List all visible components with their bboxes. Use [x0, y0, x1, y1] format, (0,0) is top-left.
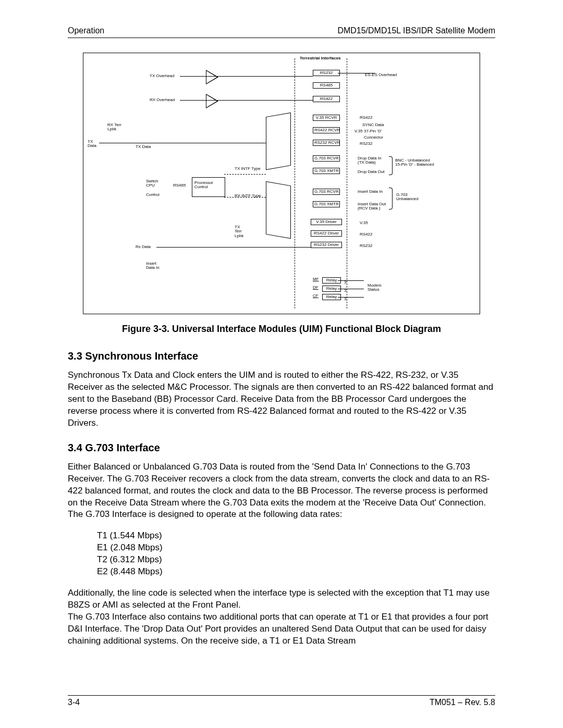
- tx-data-label: TX Data: [136, 145, 151, 149]
- line-proc-rx: [224, 197, 266, 198]
- relay-count-1: 3: [344, 280, 346, 285]
- rs232-driver-right-label: RS232: [360, 244, 372, 248]
- dashed-guide-1: [295, 58, 295, 309]
- rs485-control-label: RS485: [173, 183, 186, 188]
- section-3-3-heading: 3.3 Synchronous Interface: [68, 350, 495, 362]
- control-label: Control: [146, 193, 160, 197]
- terrestrial-interfaces-label: Terrestrial Interfaces: [300, 56, 341, 60]
- line-txdata: [99, 143, 266, 143]
- rate-t2: T2 (6.312 Mbps): [97, 554, 495, 566]
- brace-drop: [389, 156, 393, 175]
- document-page: Operation DMD15/DMD15L IBS/IDR Satellite…: [0, 0, 563, 728]
- g703-xmtr-box-2: G.703 XMTR: [313, 201, 340, 207]
- processor-control-label: Processor Control: [194, 181, 213, 190]
- section-3-4-heading: 3.4 G.703 Interface: [68, 442, 495, 454]
- header-right: DMD15/DMD15L IBS/IDR Satellite Modem: [337, 26, 495, 35]
- rs422-right-label: RS422: [360, 116, 372, 120]
- line-relay-3: [338, 297, 364, 298]
- drop-data-out-label: Drop Data Out: [358, 170, 385, 174]
- mf-label: MF: [313, 277, 319, 281]
- rs422-driver-right-label: RS422: [360, 232, 372, 237]
- rs422-rcvr-box: RS422 RCVR: [313, 127, 340, 133]
- figure-caption: Figure 3-3. Universal Interface Modules …: [68, 324, 495, 335]
- df-label: DF: [313, 286, 319, 290]
- rx-terr-lpbk-label: RX Terr Lpbk: [107, 123, 121, 132]
- v35-driver-box: V.35 Driver: [311, 219, 342, 225]
- bnc-label: BNC - Unbalanced 15-Pin 'D' - Balanced: [395, 158, 434, 167]
- es-es-overhead-label: ES-ES Overhead: [365, 73, 397, 77]
- insert-data-in-label: Insert Data In: [146, 262, 160, 270]
- v35-right-label: V.35: [354, 129, 363, 133]
- tx-data-out-label: TX Data: [88, 140, 96, 149]
- g703-rcvr-box-1: G.703 RCVR: [313, 155, 340, 162]
- v35-driver-right-label: V.35: [360, 221, 368, 225]
- rs422-driver-box: RS422 Driver: [311, 230, 342, 237]
- line-proc-tx: [224, 174, 266, 175]
- rs232-driver-box: RS232 Driver: [311, 242, 342, 248]
- connector-label: Connector: [364, 135, 383, 140]
- line-tx-oh: [180, 76, 313, 77]
- footer-doc-rev: TM051 – Rev. 5.8: [430, 698, 495, 707]
- rx-demux-block: [266, 181, 291, 239]
- g703-rcvr-box-2: G.703 RCVR: [313, 189, 340, 195]
- section-3-3-body: Synchronous Tx Data and Clock enters the…: [68, 369, 495, 429]
- figure-3-3-diagram: Terrestrial Interfaces TX Overhead RX Ov…: [83, 53, 480, 314]
- pin37-label: 37-Pin 'D': [364, 129, 382, 133]
- drop-data-in-label: Drop Data In (TX Data): [358, 156, 381, 165]
- rate-e2: E2 (8.448 Mbps): [97, 566, 495, 578]
- rx-data-label: Rx Data: [136, 245, 151, 249]
- line-relay-2: [338, 289, 364, 289]
- line-relay-1: [338, 280, 364, 281]
- cf-label: CF: [313, 294, 319, 298]
- page-footer: 3-4 TM051 – Rev. 5.8: [68, 695, 495, 707]
- page-header: Operation DMD15/DMD15L IBS/IDR Satellite…: [68, 26, 495, 38]
- line-es-es: [338, 73, 375, 73]
- line-rxdata: [156, 247, 311, 248]
- rs485-box: RS485: [313, 82, 340, 89]
- relay-count-2: 3: [344, 289, 346, 293]
- mux-tx-overhead: [206, 70, 218, 84]
- rs422-box: RS422: [313, 96, 340, 102]
- processor-block: Processor Control: [192, 177, 225, 197]
- sync-data-label: SYNC Data: [362, 123, 384, 127]
- v35-rcvr-box: V.35 RCVR: [313, 115, 340, 121]
- rx-intf-type-label: RX INTF Type: [235, 194, 261, 198]
- tx-overhead-label: TX Overhead: [150, 74, 175, 78]
- dashed-guide-2: [347, 58, 347, 309]
- tx-mux-block: [266, 113, 291, 170]
- section-3-4-body-2: Additionally, the line code is selected …: [68, 587, 495, 647]
- footer-page-number: 3-4: [68, 698, 80, 707]
- section-3-4-body-1: Either Balanced or Unbalanced G.703 Data…: [68, 461, 495, 521]
- switch-cpu-label: Switch CPU: [146, 179, 158, 188]
- modem-status-label: Modem Status: [368, 283, 382, 292]
- relay-count-3: 3: [344, 297, 346, 301]
- header-left: Operation: [68, 26, 104, 35]
- rate-e1: E1 (2.048 Mbps): [97, 542, 495, 554]
- rate-t1: T1 (1.544 Mbps): [97, 530, 495, 542]
- mux-rx-overhead: [206, 94, 218, 108]
- tx-terr-lpbk-label: TX Terr Lpbk: [235, 225, 243, 238]
- rx-overhead-label: RX Overhead: [150, 98, 175, 102]
- rs232-right-label: RS232: [360, 142, 372, 146]
- insert-data-in-right-label: Insert Data In: [358, 190, 383, 194]
- rs232-box: RS232: [313, 70, 340, 76]
- brace-insert: [389, 188, 393, 209]
- rs232-rcvr-box: RS232 RCVR: [313, 140, 340, 146]
- g703-unbalanced-label: G.703 Unbalanced: [396, 193, 419, 202]
- g703-xmtr-box-1: G.703 XMTR: [313, 168, 340, 174]
- insert-data-out-label: Insert Data Out (RCV Data ): [358, 202, 386, 211]
- line-rx-oh: [180, 100, 313, 101]
- data-rates-list: T1 (1.544 Mbps) E1 (2.048 Mbps) T2 (6.31…: [97, 530, 495, 578]
- tx-intf-type-label: TX INTF Type: [235, 167, 261, 171]
